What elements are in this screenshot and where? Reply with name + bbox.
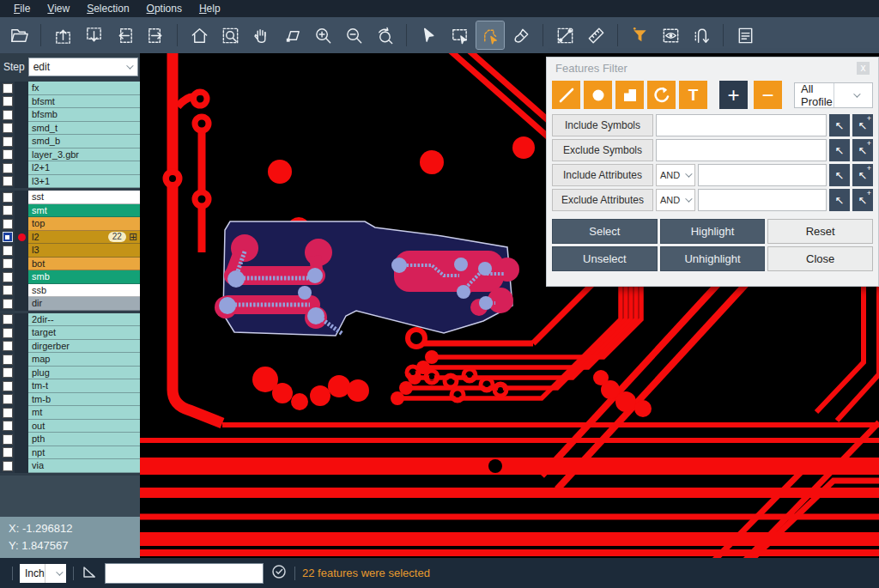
filter-type-surface-button[interactable] xyxy=(615,81,644,109)
layer-row-mt[interactable]: mt xyxy=(0,406,140,420)
layer-name-cell[interactable]: l2+1 xyxy=(28,161,140,175)
layer-row-l3[interactable]: l3 xyxy=(0,244,140,258)
layer-active-cell[interactable] xyxy=(15,149,28,162)
layer-row-smd-t[interactable]: smd_t xyxy=(0,122,140,136)
layer-row-via[interactable]: via xyxy=(0,459,140,473)
layer-checkbox[interactable] xyxy=(0,231,15,245)
zoom-area-button[interactable] xyxy=(216,21,244,49)
reset-button[interactable]: Reset xyxy=(767,219,873,244)
layer-active-cell[interactable] xyxy=(15,379,28,393)
include-attributes-input[interactable] xyxy=(698,164,827,186)
rect-select-button[interactable] xyxy=(446,21,473,49)
layer-name-cell[interactable]: smb xyxy=(28,270,140,284)
layer-name-cell[interactable]: bfsmt xyxy=(28,95,140,109)
layer-name-cell[interactable]: dir xyxy=(28,297,140,311)
layer-checkbox[interactable] xyxy=(0,82,15,95)
exclude-symbols-button[interactable]: Exclude Symbols xyxy=(552,139,653,161)
open-button[interactable] xyxy=(5,21,33,49)
layer-active-cell[interactable] xyxy=(15,95,28,109)
layer-name-cell[interactable]: bfsmb xyxy=(28,108,140,122)
layer-active-cell[interactable] xyxy=(15,297,28,311)
layer-checkbox[interactable] xyxy=(0,379,15,393)
layer-name-cell[interactable]: map xyxy=(28,353,140,367)
layer-active-cell[interactable] xyxy=(15,284,28,298)
zoom-in-button[interactable] xyxy=(309,21,336,49)
angle-measure-icon[interactable] xyxy=(81,563,98,584)
layer-row-map[interactable]: map xyxy=(0,353,140,367)
filter-type-line-button[interactable] xyxy=(552,81,580,109)
pan-right-button[interactable] xyxy=(142,21,169,49)
layer-active-cell[interactable] xyxy=(15,367,28,380)
layer-row-sst[interactable]: sst xyxy=(0,191,140,204)
layer-active-cell[interactable] xyxy=(15,161,28,175)
unselect-button[interactable]: Unselect xyxy=(552,246,658,271)
layer-active-cell[interactable] xyxy=(15,231,28,245)
select-cursor-button[interactable] xyxy=(415,21,442,49)
layer-checkbox[interactable] xyxy=(0,217,15,231)
layer-checkbox[interactable] xyxy=(0,297,15,311)
layer-active-cell[interactable] xyxy=(15,393,28,407)
pick-add-arrow-button[interactable]: ↖+ xyxy=(852,164,873,186)
layer-checkbox[interactable] xyxy=(0,433,15,446)
layer-row-smt[interactable]: smt xyxy=(0,204,140,218)
layer-name-cell[interactable]: dirgerber xyxy=(28,340,140,354)
layer-active-cell[interactable] xyxy=(15,326,28,340)
layer-row-plug[interactable]: plug xyxy=(0,367,140,380)
layer-name-cell[interactable]: via xyxy=(28,459,140,473)
layer-checkbox[interactable] xyxy=(0,258,15,271)
pick-arrow-button[interactable]: ↖ xyxy=(829,189,850,211)
layer-row-top[interactable]: top xyxy=(0,217,140,231)
operator-dropdown[interactable]: AND xyxy=(656,164,695,186)
layer-active-cell[interactable] xyxy=(15,175,28,189)
layer-name-cell[interactable]: l222⊞ xyxy=(28,231,140,245)
layer-active-cell[interactable] xyxy=(15,204,28,218)
layer-active-cell[interactable] xyxy=(15,406,28,420)
layer-active-cell[interactable] xyxy=(15,244,28,258)
home-button[interactable] xyxy=(185,21,213,49)
layer-active-cell[interactable] xyxy=(15,108,28,122)
layer-active-cell[interactable] xyxy=(15,191,28,204)
layer-row-bfsmb[interactable]: bfsmb xyxy=(0,108,140,122)
filter-type-arc-button[interactable] xyxy=(647,81,676,109)
layer-checkbox[interactable] xyxy=(0,161,15,175)
layer-active-cell[interactable] xyxy=(15,353,28,367)
layer-active-cell[interactable] xyxy=(15,217,28,231)
step-dropdown[interactable]: edit xyxy=(28,58,138,76)
layer-name-cell[interactable]: 2dir-- xyxy=(28,313,140,327)
remove-button[interactable]: − xyxy=(754,81,782,109)
menu-help[interactable]: Help xyxy=(191,3,229,15)
include-attributes-button[interactable]: Include Attributes xyxy=(552,164,653,186)
layer-name-cell[interactable]: tm-b xyxy=(28,393,140,407)
layer-active-cell[interactable] xyxy=(15,122,28,136)
pan-down-button[interactable] xyxy=(80,21,107,49)
layer-active-cell[interactable] xyxy=(15,258,28,271)
pick-arrow-button[interactable]: ↖ xyxy=(829,139,850,161)
layer-name-cell[interactable]: ssb xyxy=(28,284,140,298)
unhighlight-button[interactable]: Unhighlight xyxy=(660,246,766,271)
layer-active-cell[interactable] xyxy=(15,82,28,95)
pick-arrow-button[interactable]: ↖ xyxy=(829,114,850,136)
features-filter-button[interactable] xyxy=(626,21,653,49)
layer-row-smb[interactable]: smb xyxy=(0,270,140,284)
menu-view[interactable]: View xyxy=(39,3,78,15)
add-button[interactable]: + xyxy=(719,81,748,109)
layer-row-l2[interactable]: l222⊞ xyxy=(0,231,140,245)
layer-row-tm-t[interactable]: tm-t xyxy=(0,379,140,393)
layer-active-cell[interactable] xyxy=(15,459,28,473)
layer-name-cell[interactable]: out xyxy=(28,420,140,433)
menu-file[interactable]: File xyxy=(5,3,39,15)
layer-name-cell[interactable]: npt xyxy=(28,446,140,460)
pan-left-button[interactable] xyxy=(111,21,138,49)
layer-checkbox[interactable] xyxy=(0,393,15,407)
layer-checkbox[interactable] xyxy=(0,367,15,380)
grid-icon[interactable]: ⊞ xyxy=(129,232,137,242)
layer-checkbox[interactable] xyxy=(0,191,15,204)
close-button[interactable]: Close xyxy=(767,246,873,271)
layer-name-cell[interactable]: pth xyxy=(28,433,140,446)
snap-button[interactable] xyxy=(688,21,715,49)
layer-checkbox[interactable] xyxy=(0,340,15,354)
menu-options[interactable]: Options xyxy=(138,3,191,15)
menu-selection[interactable]: Selection xyxy=(78,3,137,15)
view-window-button[interactable] xyxy=(657,21,684,49)
select-button[interactable]: Select xyxy=(552,219,658,244)
